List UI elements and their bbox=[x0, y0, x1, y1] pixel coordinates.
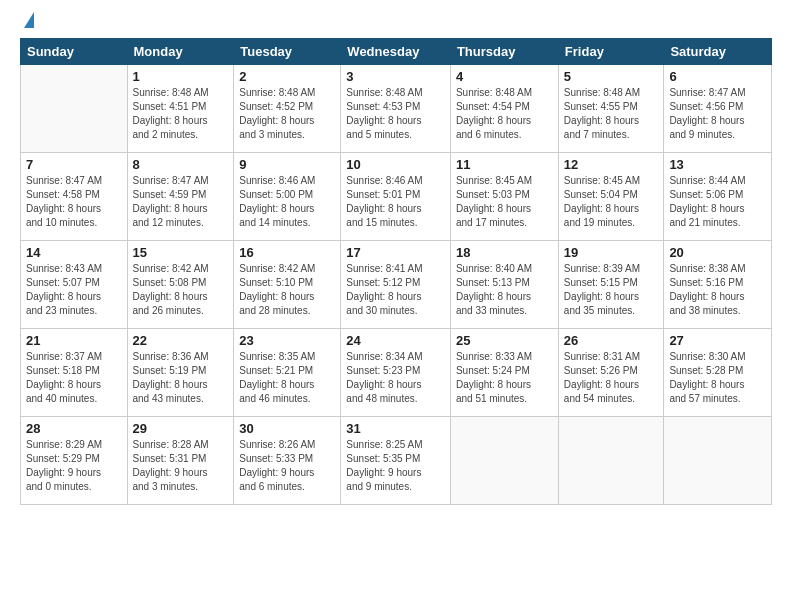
logo bbox=[20, 16, 34, 28]
logo-text bbox=[20, 16, 34, 28]
weekday-header-monday: Monday bbox=[127, 39, 234, 65]
calendar-cell: 25Sunrise: 8:33 AM Sunset: 5:24 PM Dayli… bbox=[450, 329, 558, 417]
calendar-header-row: SundayMondayTuesdayWednesdayThursdayFrid… bbox=[21, 39, 772, 65]
day-info: Sunrise: 8:31 AM Sunset: 5:26 PM Dayligh… bbox=[564, 350, 659, 406]
day-number: 18 bbox=[456, 245, 553, 260]
day-info: Sunrise: 8:48 AM Sunset: 4:54 PM Dayligh… bbox=[456, 86, 553, 142]
day-info: Sunrise: 8:48 AM Sunset: 4:52 PM Dayligh… bbox=[239, 86, 335, 142]
day-info: Sunrise: 8:40 AM Sunset: 5:13 PM Dayligh… bbox=[456, 262, 553, 318]
day-number: 15 bbox=[133, 245, 229, 260]
calendar-cell bbox=[558, 417, 664, 505]
day-number: 23 bbox=[239, 333, 335, 348]
day-number: 31 bbox=[346, 421, 445, 436]
weekday-header-saturday: Saturday bbox=[664, 39, 772, 65]
calendar-cell: 9Sunrise: 8:46 AM Sunset: 5:00 PM Daylig… bbox=[234, 153, 341, 241]
calendar-cell: 5Sunrise: 8:48 AM Sunset: 4:55 PM Daylig… bbox=[558, 65, 664, 153]
day-number: 28 bbox=[26, 421, 122, 436]
day-info: Sunrise: 8:47 AM Sunset: 4:59 PM Dayligh… bbox=[133, 174, 229, 230]
calendar-cell: 30Sunrise: 8:26 AM Sunset: 5:33 PM Dayli… bbox=[234, 417, 341, 505]
day-number: 7 bbox=[26, 157, 122, 172]
day-info: Sunrise: 8:26 AM Sunset: 5:33 PM Dayligh… bbox=[239, 438, 335, 494]
day-info: Sunrise: 8:39 AM Sunset: 5:15 PM Dayligh… bbox=[564, 262, 659, 318]
calendar-cell: 29Sunrise: 8:28 AM Sunset: 5:31 PM Dayli… bbox=[127, 417, 234, 505]
calendar-cell: 8Sunrise: 8:47 AM Sunset: 4:59 PM Daylig… bbox=[127, 153, 234, 241]
calendar-table: SundayMondayTuesdayWednesdayThursdayFrid… bbox=[20, 38, 772, 505]
calendar-cell: 18Sunrise: 8:40 AM Sunset: 5:13 PM Dayli… bbox=[450, 241, 558, 329]
day-info: Sunrise: 8:28 AM Sunset: 5:31 PM Dayligh… bbox=[133, 438, 229, 494]
calendar-cell: 21Sunrise: 8:37 AM Sunset: 5:18 PM Dayli… bbox=[21, 329, 128, 417]
calendar-week-row: 7Sunrise: 8:47 AM Sunset: 4:58 PM Daylig… bbox=[21, 153, 772, 241]
calendar-cell: 23Sunrise: 8:35 AM Sunset: 5:21 PM Dayli… bbox=[234, 329, 341, 417]
calendar-cell bbox=[21, 65, 128, 153]
header bbox=[20, 16, 772, 28]
day-number: 4 bbox=[456, 69, 553, 84]
day-info: Sunrise: 8:47 AM Sunset: 4:56 PM Dayligh… bbox=[669, 86, 766, 142]
day-info: Sunrise: 8:36 AM Sunset: 5:19 PM Dayligh… bbox=[133, 350, 229, 406]
logo-triangle-icon bbox=[24, 12, 34, 28]
day-number: 21 bbox=[26, 333, 122, 348]
day-info: Sunrise: 8:37 AM Sunset: 5:18 PM Dayligh… bbox=[26, 350, 122, 406]
day-number: 12 bbox=[564, 157, 659, 172]
calendar-cell bbox=[450, 417, 558, 505]
page: SundayMondayTuesdayWednesdayThursdayFrid… bbox=[0, 0, 792, 515]
day-info: Sunrise: 8:48 AM Sunset: 4:55 PM Dayligh… bbox=[564, 86, 659, 142]
day-number: 8 bbox=[133, 157, 229, 172]
calendar-cell: 1Sunrise: 8:48 AM Sunset: 4:51 PM Daylig… bbox=[127, 65, 234, 153]
calendar-cell bbox=[664, 417, 772, 505]
day-info: Sunrise: 8:25 AM Sunset: 5:35 PM Dayligh… bbox=[346, 438, 445, 494]
day-number: 30 bbox=[239, 421, 335, 436]
calendar-cell: 15Sunrise: 8:42 AM Sunset: 5:08 PM Dayli… bbox=[127, 241, 234, 329]
calendar-cell: 13Sunrise: 8:44 AM Sunset: 5:06 PM Dayli… bbox=[664, 153, 772, 241]
calendar-cell: 24Sunrise: 8:34 AM Sunset: 5:23 PM Dayli… bbox=[341, 329, 451, 417]
weekday-header-friday: Friday bbox=[558, 39, 664, 65]
calendar-cell: 22Sunrise: 8:36 AM Sunset: 5:19 PM Dayli… bbox=[127, 329, 234, 417]
day-info: Sunrise: 8:46 AM Sunset: 5:01 PM Dayligh… bbox=[346, 174, 445, 230]
day-number: 3 bbox=[346, 69, 445, 84]
day-info: Sunrise: 8:42 AM Sunset: 5:10 PM Dayligh… bbox=[239, 262, 335, 318]
day-info: Sunrise: 8:33 AM Sunset: 5:24 PM Dayligh… bbox=[456, 350, 553, 406]
weekday-header-thursday: Thursday bbox=[450, 39, 558, 65]
calendar-week-row: 28Sunrise: 8:29 AM Sunset: 5:29 PM Dayli… bbox=[21, 417, 772, 505]
calendar-cell: 14Sunrise: 8:43 AM Sunset: 5:07 PM Dayli… bbox=[21, 241, 128, 329]
calendar-cell: 3Sunrise: 8:48 AM Sunset: 4:53 PM Daylig… bbox=[341, 65, 451, 153]
day-number: 22 bbox=[133, 333, 229, 348]
day-number: 1 bbox=[133, 69, 229, 84]
day-info: Sunrise: 8:30 AM Sunset: 5:28 PM Dayligh… bbox=[669, 350, 766, 406]
day-info: Sunrise: 8:45 AM Sunset: 5:04 PM Dayligh… bbox=[564, 174, 659, 230]
day-number: 25 bbox=[456, 333, 553, 348]
day-info: Sunrise: 8:46 AM Sunset: 5:00 PM Dayligh… bbox=[239, 174, 335, 230]
day-info: Sunrise: 8:48 AM Sunset: 4:53 PM Dayligh… bbox=[346, 86, 445, 142]
day-number: 24 bbox=[346, 333, 445, 348]
day-info: Sunrise: 8:43 AM Sunset: 5:07 PM Dayligh… bbox=[26, 262, 122, 318]
calendar-cell: 10Sunrise: 8:46 AM Sunset: 5:01 PM Dayli… bbox=[341, 153, 451, 241]
calendar-cell: 20Sunrise: 8:38 AM Sunset: 5:16 PM Dayli… bbox=[664, 241, 772, 329]
weekday-header-sunday: Sunday bbox=[21, 39, 128, 65]
calendar-cell: 31Sunrise: 8:25 AM Sunset: 5:35 PM Dayli… bbox=[341, 417, 451, 505]
day-number: 29 bbox=[133, 421, 229, 436]
calendar-week-row: 1Sunrise: 8:48 AM Sunset: 4:51 PM Daylig… bbox=[21, 65, 772, 153]
day-info: Sunrise: 8:45 AM Sunset: 5:03 PM Dayligh… bbox=[456, 174, 553, 230]
day-number: 17 bbox=[346, 245, 445, 260]
day-info: Sunrise: 8:47 AM Sunset: 4:58 PM Dayligh… bbox=[26, 174, 122, 230]
day-info: Sunrise: 8:42 AM Sunset: 5:08 PM Dayligh… bbox=[133, 262, 229, 318]
day-number: 10 bbox=[346, 157, 445, 172]
calendar-cell: 11Sunrise: 8:45 AM Sunset: 5:03 PM Dayli… bbox=[450, 153, 558, 241]
day-number: 6 bbox=[669, 69, 766, 84]
day-number: 2 bbox=[239, 69, 335, 84]
calendar-cell: 28Sunrise: 8:29 AM Sunset: 5:29 PM Dayli… bbox=[21, 417, 128, 505]
day-info: Sunrise: 8:35 AM Sunset: 5:21 PM Dayligh… bbox=[239, 350, 335, 406]
day-number: 27 bbox=[669, 333, 766, 348]
day-number: 20 bbox=[669, 245, 766, 260]
calendar-cell: 17Sunrise: 8:41 AM Sunset: 5:12 PM Dayli… bbox=[341, 241, 451, 329]
day-info: Sunrise: 8:34 AM Sunset: 5:23 PM Dayligh… bbox=[346, 350, 445, 406]
day-info: Sunrise: 8:38 AM Sunset: 5:16 PM Dayligh… bbox=[669, 262, 766, 318]
weekday-header-tuesday: Tuesday bbox=[234, 39, 341, 65]
day-number: 11 bbox=[456, 157, 553, 172]
weekday-header-wednesday: Wednesday bbox=[341, 39, 451, 65]
day-info: Sunrise: 8:41 AM Sunset: 5:12 PM Dayligh… bbox=[346, 262, 445, 318]
day-info: Sunrise: 8:48 AM Sunset: 4:51 PM Dayligh… bbox=[133, 86, 229, 142]
day-number: 13 bbox=[669, 157, 766, 172]
calendar-cell: 16Sunrise: 8:42 AM Sunset: 5:10 PM Dayli… bbox=[234, 241, 341, 329]
calendar-week-row: 14Sunrise: 8:43 AM Sunset: 5:07 PM Dayli… bbox=[21, 241, 772, 329]
calendar-week-row: 21Sunrise: 8:37 AM Sunset: 5:18 PM Dayli… bbox=[21, 329, 772, 417]
